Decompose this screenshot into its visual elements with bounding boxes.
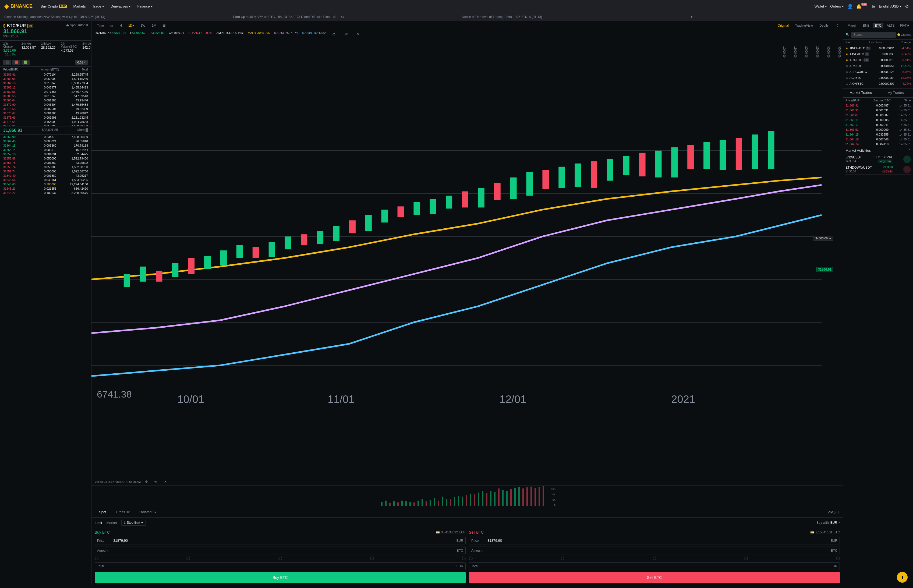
ob-sell-row[interactable]: 31882.120.0459771,465.84423 (0, 85, 91, 90)
ob-buy-view-btn[interactable]: 🟩 (21, 60, 29, 65)
ob-buy-row[interactable]: 31866.900.2343757,468.80469 (0, 135, 91, 139)
vip-menu-icon[interactable]: ⋮ (837, 510, 840, 514)
ob-sell-row[interactable]: 31883.050.0500001,594.15250 (0, 77, 91, 81)
ob-buy-row[interactable]: 31853.740.0500001,592.68700 (0, 165, 91, 169)
stop-limit-btn[interactable]: ℹ Stop-limit ▾ (121, 520, 146, 526)
slider-dot-100[interactable] (462, 557, 465, 560)
ob-all-view-btn[interactable]: ⬛ (3, 60, 11, 65)
market-trades-tab[interactable]: Market Trades (844, 89, 878, 97)
ma-eye-btn[interactable]: 👁 (342, 31, 350, 37)
ob-buy-row[interactable]: 31848.220.1026373,268.80576 (0, 191, 91, 194)
vol-close-btn[interactable]: ✕ (162, 479, 169, 485)
my-trades-tab[interactable]: My Trades (878, 89, 913, 97)
star-icon[interactable]: ☆ (845, 82, 848, 86)
ob-buy-row[interactable]: 31848.230.021553686.42490 (0, 186, 91, 191)
sell-slider-dot-50[interactable] (653, 557, 656, 560)
star-icon[interactable]: ★ (845, 52, 848, 56)
ob-sell-row[interactable]: 31878.550.00250479.82389 (0, 107, 91, 111)
pair-tab-fiat[interactable]: FIAT★ (898, 23, 912, 28)
star-icon[interactable]: ★ (845, 58, 848, 62)
notification-button[interactable]: 🔔 99+ (856, 4, 869, 9)
market-order-type[interactable]: Market (106, 520, 117, 526)
1d-btn[interactable]: 1D▾ (126, 23, 136, 28)
change-radio[interactable]: Change (897, 33, 911, 36)
ob-buy-row[interactable]: 31849.400.00138043.95217 (0, 173, 91, 178)
ob-sell-row[interactable]: 31873.880.0500001,593.69400 (0, 124, 91, 126)
precision-selector[interactable]: 0.01 ▾ (75, 60, 88, 65)
pair-row[interactable]: ★ADA/BTC10x 0.00000810 -3.91% (844, 57, 913, 63)
slider-dot-75[interactable] (370, 557, 374, 560)
announcement-arrow[interactable]: ▾ (691, 15, 909, 19)
h-btn[interactable]: H (117, 23, 124, 28)
tradingview-btn[interactable]: TradingView (793, 23, 815, 28)
vol-eye-btn[interactable]: 👁 (152, 479, 160, 485)
ob-sell-view-btn[interactable]: 🟥 (12, 60, 21, 65)
star-icon[interactable]: ★ (845, 46, 848, 50)
ob-sell-row[interactable]: 31875.660.0699982,231.23245 (0, 115, 91, 120)
time-btn[interactable]: Time (95, 23, 106, 28)
language-selector[interactable]: English/USD ▾ (879, 4, 902, 8)
ob-sell-row[interactable]: 31883.910.0721042,298.95745 (0, 73, 91, 77)
limit-order-type[interactable]: Limit (95, 520, 102, 526)
pair-row[interactable]: ☆AERGO/BTC 0.00000126 -8.03% (844, 69, 913, 75)
indicators-btn[interactable]: ☰ (161, 23, 168, 28)
depth-btn[interactable]: Depth (817, 23, 830, 28)
ob-buy-row[interactable]: 31848.640.0481611,533.86235 (0, 178, 91, 182)
buy-btc-button[interactable]: Buy BTC (95, 572, 465, 583)
star-icon[interactable]: ☆ (845, 70, 848, 74)
1w-btn[interactable]: 1W (138, 23, 147, 28)
ob-buy-row[interactable]: 31864.140.00051216.31444 (0, 148, 91, 152)
ob-sell-row[interactable]: 31875.640.1545004,924.78638 (0, 120, 91, 124)
pair-row[interactable]: ★1INCH/BTC3x 0.00003491 -4.51% (844, 45, 913, 51)
sell-amount-input[interactable] (488, 548, 831, 552)
ob-buy-row[interactable]: 31864.150.005360170.79184 (0, 143, 91, 148)
search-input[interactable] (851, 32, 896, 38)
announcement-1[interactable]: Binance Staking Launches NAV Staking wit… (4, 15, 223, 19)
ob-sell-row[interactable]: 31875.670.00138043.98842 (0, 111, 91, 115)
spot-tab[interactable]: Spot (95, 507, 111, 517)
ma-settings-btn[interactable]: ⚙ (330, 31, 338, 37)
slider-dot-50[interactable] (278, 557, 282, 560)
1m-btn[interactable]: 1M (150, 23, 158, 28)
ma-close-btn[interactable]: ✕ (355, 31, 362, 37)
announcement-2[interactable]: Earn Up to 40% APY on BTC, DIA, DUSK, EG… (233, 15, 451, 19)
ob-sell-row[interactable]: 31880.040.00138043.99446 (0, 98, 91, 102)
announcement-3[interactable]: Notice of Removal of Trading Pairs - 202… (462, 15, 680, 19)
layout-button[interactable]: ⊞ (872, 4, 876, 9)
pair-tab-margin[interactable]: Margin (845, 23, 860, 28)
star-icon[interactable]: ☆ (845, 64, 848, 68)
cross3x-tab[interactable]: Cross 3x (111, 507, 134, 517)
sell-slider-dot-100[interactable] (836, 557, 840, 560)
ma-collapse-btn[interactable]: ⌃ (908, 149, 911, 152)
nav-finance[interactable]: Finance ▾ (134, 3, 155, 10)
isolated5x-tab[interactable]: Isolated 5x (135, 507, 161, 517)
pair-row[interactable]: ☆AGI/BTC 0.00000184 -12.38% (844, 75, 913, 81)
pair-tab-btc[interactable]: BTC (873, 23, 884, 28)
vol-settings-btn[interactable]: ⚙ (143, 479, 150, 485)
buy-price-input[interactable] (113, 538, 457, 543)
pair-row[interactable]: ☆ADX/BTC 0.00001054 +2.43% (844, 63, 913, 69)
ob-sell-row[interactable]: 31880.550.016248517.99518 (0, 94, 91, 98)
ob-sell-row[interactable]: 31882.130.2189406,980.27354 (0, 81, 91, 85)
ob-buy-row[interactable]: 31853.780.00138043.95822 (0, 161, 91, 165)
pair-row[interactable]: ☆AION/BTC 0.00000202 -4.72% (844, 81, 913, 87)
settings-button[interactable]: ⚙ (905, 4, 909, 9)
slider-dot-25[interactable] (186, 557, 190, 560)
sell-slider-dot-25[interactable] (561, 557, 564, 560)
wallet-button[interactable]: Wallet ▾ (814, 4, 827, 8)
sell-price-input[interactable] (488, 538, 831, 543)
original-view-btn[interactable]: Original (776, 23, 791, 28)
pair-row[interactable]: ★AAVE/BTC5x 0.003838 -5.42% (844, 51, 913, 57)
ob-buy-row[interactable]: 31851.740.0500001,592.58700 (0, 169, 91, 173)
orders-button[interactable]: Orders ▾ (830, 4, 844, 8)
profile-button[interactable]: 👤 (847, 3, 853, 10)
download-fab[interactable]: ⬇ (897, 572, 908, 583)
fullscreen-btn[interactable]: ⛶ (832, 23, 840, 28)
trade-history-tab[interactable]: Trade History (66, 585, 94, 588)
slider-dot-0[interactable] (95, 557, 99, 560)
ob-buy-row[interactable]: 31864.450.00302496.35810 (0, 139, 91, 143)
nav-markets[interactable]: Markets (71, 3, 88, 10)
buy-amount-input[interactable] (113, 548, 457, 552)
nav-derivatives[interactable]: Derivatives ▾ (108, 3, 133, 10)
sell-btc-button[interactable]: Sell BTC (469, 572, 840, 583)
